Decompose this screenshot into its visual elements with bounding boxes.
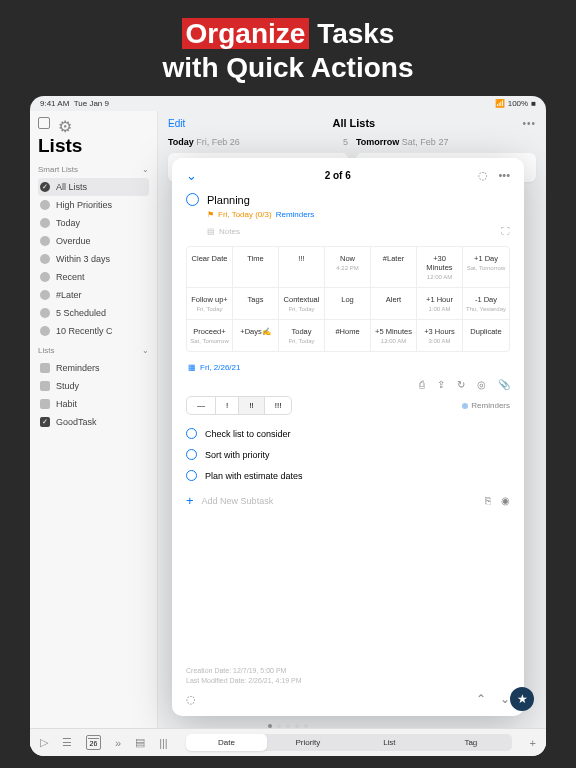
sidebar-title: Lists: [38, 135, 149, 157]
priority-option[interactable]: —: [187, 397, 216, 414]
quick-action[interactable]: Follow up+Fri, Today: [187, 288, 233, 320]
calendar-today-icon[interactable]: 26: [86, 735, 101, 750]
copy-icon[interactable]: ⎘: [485, 495, 491, 506]
quick-action[interactable]: #Later: [371, 247, 417, 288]
smart-lists-header[interactable]: Smart Lists⌄: [38, 165, 149, 174]
sidebar-item[interactable]: High Priorities: [38, 196, 149, 214]
subtask-item[interactable]: Check list to consider: [186, 423, 510, 444]
metadata-dates: Creation Date: 12/7/19, 5:00 PM Last Mod…: [186, 666, 510, 686]
quick-action[interactable]: #Home: [325, 320, 371, 351]
quick-action[interactable]: Log: [325, 288, 371, 320]
list-tag[interactable]: Reminders: [462, 401, 510, 410]
quick-action[interactable]: +30 Minutes12:00 AM: [417, 247, 463, 288]
hero-banner: Organize Tasks with Quick Actions: [0, 0, 576, 96]
gear-icon[interactable]: ⚙: [58, 117, 70, 129]
notes-icon: ▤: [207, 227, 215, 236]
view-tab[interactable]: List: [349, 734, 430, 751]
task-counter: 2 of 6: [325, 170, 351, 181]
columns-icon[interactable]: |||: [159, 737, 168, 749]
add-subtask-button[interactable]: +: [186, 493, 194, 508]
chevron-down-icon: ⌄: [142, 346, 149, 355]
bottom-toolbar: ▷ ☰ 26 » ▤ ||| DatePriorityListTag +: [30, 728, 546, 756]
close-chevron-icon[interactable]: ⌄: [186, 168, 197, 183]
quick-action[interactable]: +Days✍️: [233, 320, 279, 351]
sidebar-item[interactable]: Recent: [38, 268, 149, 286]
sidebar-item[interactable]: Within 3 days: [38, 250, 149, 268]
sidebar-item[interactable]: ✓All Lists: [38, 178, 149, 196]
flag-icon: ⚑: [207, 210, 214, 219]
sync-icon[interactable]: ◌: [186, 693, 196, 706]
sidebar-item[interactable]: Overdue: [38, 232, 149, 250]
quick-action[interactable]: ContextualFri, Today: [279, 288, 325, 320]
list-icon[interactable]: ☰: [62, 736, 72, 749]
lists-header[interactable]: Lists⌄: [38, 346, 149, 355]
add-subtask-label[interactable]: Add New Subtask: [202, 496, 274, 506]
fab-star-button[interactable]: ★: [510, 687, 534, 711]
sidebar-item[interactable]: 5 Scheduled: [38, 304, 149, 322]
ipad-frame: 9:41 AM Tue Jan 9 📶100%■ ⚙ Lists Smart L…: [30, 96, 546, 756]
quick-action[interactable]: Duplicate: [463, 320, 509, 351]
view-tab[interactable]: Priority: [267, 734, 348, 751]
task-detail-modal: ⌄ 2 of 6 ◌••• Planning ⚑ Fri, Today (0/3…: [172, 158, 524, 716]
sidebar-item[interactable]: ✓GoodTask: [38, 413, 149, 431]
view-tab[interactable]: Tag: [430, 734, 511, 751]
priority-option[interactable]: !!: [239, 397, 264, 414]
print-icon[interactable]: ⎙: [419, 379, 425, 390]
sidebar-item[interactable]: Habit: [38, 395, 149, 413]
hero-highlight: Organize: [182, 18, 310, 49]
notes-field[interactable]: Notes: [219, 227, 240, 236]
subtask-item[interactable]: Sort with priority: [186, 444, 510, 465]
quick-action[interactable]: Clear Date: [187, 247, 233, 288]
quick-action[interactable]: +3 Hours3:00 AM: [417, 320, 463, 351]
expand-icon[interactable]: ⛶: [501, 226, 510, 236]
chevron-down-icon: ⌄: [142, 165, 149, 174]
task-title[interactable]: Planning: [207, 194, 250, 206]
sidebar-item[interactable]: #Later: [38, 286, 149, 304]
edit-button[interactable]: Edit: [168, 118, 185, 129]
status-bar: 9:41 AM Tue Jan 9 📶100%■: [30, 96, 546, 111]
refresh-icon[interactable]: ↻: [457, 379, 465, 390]
sidebar: ⚙ Lists Smart Lists⌄ ✓All ListsHigh Prio…: [30, 111, 158, 755]
quick-action[interactable]: +1 DaySat, Tomorrow: [463, 247, 509, 288]
quick-action[interactable]: !!!: [279, 247, 325, 288]
priority-segment[interactable]: —!!!!!!: [186, 396, 292, 415]
next-task-icon[interactable]: ⌄: [500, 692, 510, 706]
quick-action[interactable]: -1 DayThu, Yesterday: [463, 288, 509, 320]
prev-task-icon[interactable]: ⌃: [476, 692, 486, 706]
target-icon[interactable]: ◉: [501, 495, 510, 506]
calendar-icon: ▦: [188, 363, 196, 372]
quick-action[interactable]: Time: [233, 247, 279, 288]
location-icon[interactable]: ◎: [477, 379, 486, 390]
sidebar-toggle-icon[interactable]: [38, 117, 50, 129]
add-button[interactable]: +: [530, 737, 536, 749]
quick-action[interactable]: +1 Hour1:00 AM: [417, 288, 463, 320]
more-icon[interactable]: •••: [522, 118, 536, 129]
quick-actions-grid: Clear DateTime!!!Now4:22 PM#Later+30 Min…: [186, 246, 510, 352]
priority-option[interactable]: !!!: [265, 397, 292, 414]
quick-action[interactable]: Now4:22 PM: [325, 247, 371, 288]
quick-action[interactable]: Proceed+Sat, Tomorrow: [187, 320, 233, 351]
main-title: All Lists: [332, 117, 375, 129]
stack-icon[interactable]: ▤: [135, 736, 145, 749]
sidebar-item[interactable]: Today: [38, 214, 149, 232]
fast-forward-icon[interactable]: »: [115, 737, 121, 749]
sync-icon[interactable]: ◌: [478, 169, 488, 182]
play-icon[interactable]: ▷: [40, 736, 48, 749]
sidebar-item[interactable]: Study: [38, 377, 149, 395]
view-segment[interactable]: DatePriorityListTag: [186, 734, 512, 751]
quick-action[interactable]: Tags: [233, 288, 279, 320]
quick-action[interactable]: Alert: [371, 288, 417, 320]
quick-action[interactable]: TodayFri, Today: [279, 320, 325, 351]
due-date[interactable]: Fri, 2/26/21: [200, 363, 240, 372]
task-complete-ring[interactable]: [186, 193, 199, 206]
sidebar-item[interactable]: 10 Recently C: [38, 322, 149, 340]
attach-icon[interactable]: 📎: [498, 379, 510, 390]
more-icon[interactable]: •••: [498, 169, 510, 182]
view-tab[interactable]: Date: [186, 734, 267, 751]
sidebar-item[interactable]: Reminders: [38, 359, 149, 377]
quick-action[interactable]: +5 Minutes12:00 AM: [371, 320, 417, 351]
priority-option[interactable]: !: [216, 397, 239, 414]
share-icon[interactable]: ⇪: [437, 379, 445, 390]
subtask-item[interactable]: Plan with estimate dates: [186, 465, 510, 486]
